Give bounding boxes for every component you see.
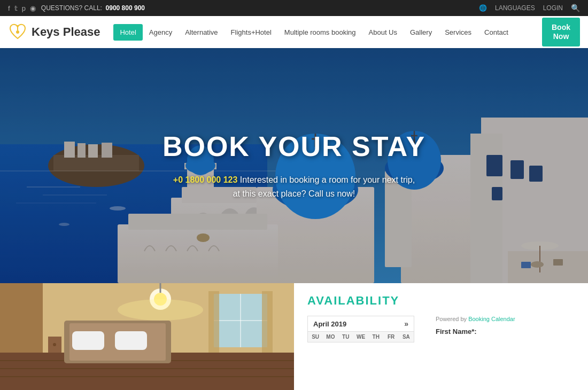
- hero-title: BOOK YOUR STAY: [163, 130, 425, 162]
- svg-point-2: [17, 25, 19, 27]
- book-now-button[interactable]: Book Now: [542, 18, 580, 46]
- day-su: SU: [308, 332, 323, 342]
- room-illustration: [0, 283, 294, 390]
- hero-subtitle: +0 1800 000 123 Interested in booking a …: [173, 173, 415, 200]
- hero-section: BOOK YOUR STAY +0 1800 000 123 Intereste…: [0, 48, 588, 283]
- top-bar: f 𝕥 p ◉ QUESTIONS? CALL: 0900 800 900 🌐 …: [0, 0, 588, 16]
- svg-point-71: [53, 343, 56, 346]
- calendar-next-btn[interactable]: »: [404, 319, 408, 328]
- svg-point-0: [16, 30, 19, 34]
- nav-about-us[interactable]: About Us: [362, 24, 404, 41]
- nav-contact[interactable]: Contact: [478, 24, 515, 41]
- nav-gallery[interactable]: Gallery: [404, 24, 438, 41]
- room-preview: [0, 283, 294, 390]
- svg-rect-68: [72, 331, 104, 350]
- room-interior: [0, 283, 294, 390]
- calendar-container: April 2019 » SU MO TU WE TH FR SA: [307, 316, 414, 342]
- globe-icon: 🌐: [479, 4, 487, 12]
- svg-point-65: [118, 299, 203, 321]
- book-now-line1: Book: [552, 23, 570, 32]
- nav-services[interactable]: Services: [438, 24, 478, 41]
- login-button[interactable]: LOGIN: [543, 4, 563, 12]
- svg-rect-77: [262, 291, 273, 353]
- twitter-icon[interactable]: 𝕥: [14, 4, 18, 12]
- search-icon[interactable]: 🔍: [571, 4, 580, 12]
- below-hero: AVAILABILITY April 2019 » SU MO TU WE TH…: [0, 283, 588, 390]
- nav-multiple-rooms[interactable]: Multiple rooms booking: [278, 24, 362, 41]
- top-bar-left: f 𝕥 p ◉ QUESTIONS? CALL: 0900 800 900: [8, 4, 145, 12]
- logo[interactable]: Keys Please: [8, 22, 100, 42]
- top-bar-right: 🌐 LANGUAGES LOGIN 🔍: [479, 4, 580, 12]
- booking-calendar-link[interactable]: Booking Calendar: [468, 316, 515, 322]
- book-now-line2: Now: [553, 32, 569, 41]
- day-sa: SA: [399, 332, 414, 342]
- main-nav: Hotel Agency Alternative Flights+Hotel M…: [113, 24, 537, 41]
- calendar-widget: April 2019 » SU MO TU WE TH FR SA: [307, 316, 425, 342]
- svg-rect-69: [115, 331, 147, 350]
- facebook-icon[interactable]: f: [8, 4, 10, 12]
- nav-flights-hotel[interactable]: Flights+Hotel: [225, 24, 278, 41]
- availability-section: AVAILABILITY April 2019 » SU MO TU WE TH…: [294, 283, 588, 390]
- phone-number: 0900 800 900: [106, 4, 145, 12]
- day-tu: TU: [338, 332, 353, 342]
- powered-by: Powered by Booking Calendar: [436, 316, 515, 322]
- logo-icon: [8, 22, 27, 42]
- languages-button[interactable]: LANGUAGES: [495, 4, 535, 12]
- powered-by-text: Powered by: [436, 316, 467, 322]
- hero-subtitle-text: Interested in booking a room for your ne…: [233, 175, 415, 198]
- social-icons: f 𝕥 p ◉: [8, 4, 36, 12]
- first-name-label: First Name*:: [436, 327, 477, 336]
- phone-label-text: QUESTIONS? CALL:: [41, 4, 102, 12]
- pinterest-icon[interactable]: p: [22, 4, 26, 12]
- nav-alternative[interactable]: Alternative: [179, 24, 224, 41]
- day-mo: MO: [323, 332, 338, 342]
- header: Keys Please Hotel Agency Alternative Fli…: [0, 16, 588, 48]
- logo-text: Keys Please: [32, 25, 100, 39]
- hero-overlay: BOOK YOUR STAY +0 1800 000 123 Intereste…: [0, 48, 588, 283]
- availability-content: April 2019 » SU MO TU WE TH FR SA: [307, 316, 575, 342]
- availability-title: AVAILABILITY: [307, 294, 575, 308]
- calendar-days-header: SU MO TU WE TH FR SA: [308, 332, 414, 342]
- booking-form-fields: Powered by Booking Calendar First Name*:: [436, 316, 515, 342]
- nav-agency[interactable]: Agency: [143, 24, 179, 41]
- hero-phone: +0 1800 000 123: [173, 175, 238, 184]
- phone-label: QUESTIONS? CALL: 0900 800 900: [41, 4, 145, 12]
- social4-icon[interactable]: ◉: [30, 4, 36, 12]
- day-we: WE: [353, 332, 368, 342]
- calendar-month: April 2019: [313, 320, 346, 328]
- day-th: TH: [368, 332, 383, 342]
- svg-rect-76: [208, 291, 219, 353]
- day-fr: FR: [383, 332, 398, 342]
- calendar-header: April 2019 »: [308, 316, 414, 332]
- nav-hotel[interactable]: Hotel: [113, 24, 142, 41]
